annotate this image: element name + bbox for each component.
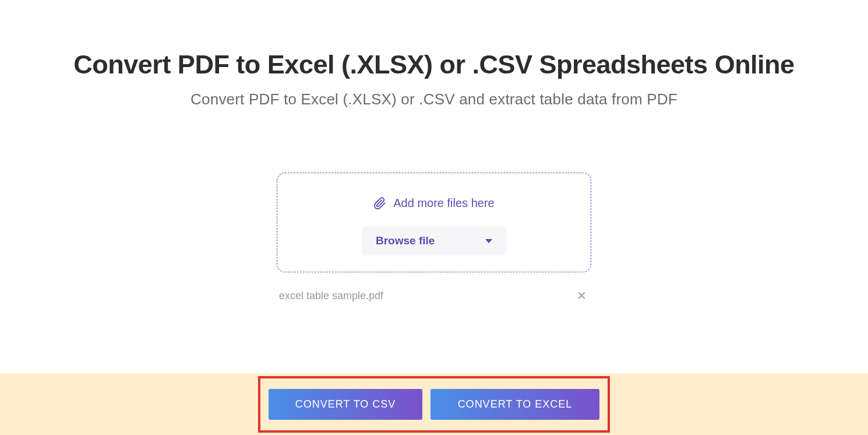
chevron-down-icon (485, 239, 492, 243)
file-name: excel table sample.pdf (279, 290, 383, 302)
page-title: Convert PDF to Excel (.XLSX) or .CSV Spr… (0, 50, 868, 80)
remove-file-button[interactable]: ✕ (574, 287, 589, 304)
highlight-annotation-box: CONVERT TO CSV CONVERT TO EXCEL (258, 376, 610, 433)
add-more-files-link[interactable]: Add more files here (289, 197, 579, 210)
conversion-action-bar: CONVERT TO CSV CONVERT TO EXCEL (0, 373, 868, 435)
add-more-files-label: Add more files here (393, 197, 494, 210)
upload-dropzone[interactable]: Add more files here Browse file (277, 173, 591, 272)
file-row: excel table sample.pdf ✕ (277, 287, 591, 304)
paperclip-icon (373, 197, 386, 210)
convert-to-csv-button[interactable]: CONVERT TO CSV (269, 389, 422, 420)
page-subtitle: Convert PDF to Excel (.XLSX) or .CSV and… (0, 90, 868, 108)
browse-file-label: Browse file (376, 234, 435, 247)
header-section: Convert PDF to Excel (.XLSX) or .CSV Spr… (0, 0, 868, 108)
convert-to-excel-button[interactable]: CONVERT TO EXCEL (431, 389, 599, 420)
browse-file-dropdown[interactable]: Browse file (362, 226, 506, 255)
